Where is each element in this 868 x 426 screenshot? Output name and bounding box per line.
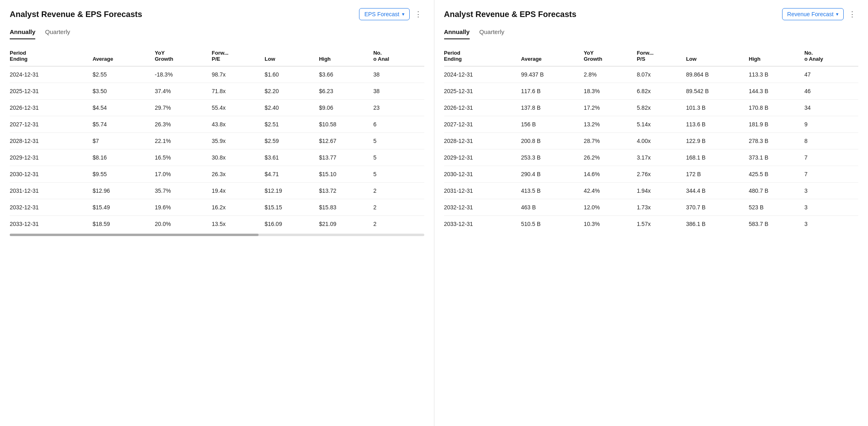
table-row: 2025-12-31117.6 B18.3%6.82x89.542 B144.3… (444, 83, 859, 100)
table-row: 2024-12-31$2.55-18.3%98.7x$1.60$3.6638 (10, 66, 424, 83)
tab-quarterly[interactable]: Quarterly (479, 28, 505, 39)
table-row: 2029-12-31$8.1616.5%30.8x$3.61$13.775 (10, 149, 424, 166)
table-cell: 172 B (686, 166, 749, 183)
tab-annually[interactable]: Annually (444, 28, 470, 39)
table-cell: 425.5 B (749, 166, 804, 183)
table-cell: 2031-12-31 (10, 183, 92, 199)
table-cell: 38 (373, 66, 424, 83)
table-cell: 3 (804, 216, 858, 232)
table-cell: 7 (804, 166, 858, 183)
tab-quarterly[interactable]: Quarterly (45, 28, 70, 39)
column-header: PeriodEnding (10, 46, 92, 66)
table-cell: 89.864 B (686, 66, 749, 83)
table-cell: $15.10 (319, 166, 373, 183)
table-row: 2024-12-3199.437 B2.8%8.07x89.864 B113.3… (444, 66, 859, 83)
table-cell: $15.49 (92, 199, 155, 216)
table-cell: $15.83 (319, 199, 373, 216)
table-cell: $12.67 (319, 133, 373, 149)
tabs-container: AnnuallyQuarterly (444, 28, 859, 39)
header-right: EPS Forecast▾⋮ (359, 8, 424, 20)
table-row: 2026-12-31$4.5429.7%55.4x$2.40$9.0623 (10, 100, 424, 116)
table-cell: 2027-12-31 (444, 116, 521, 133)
table-cell: $4.71 (265, 166, 319, 183)
table-cell: 2024-12-31 (10, 66, 92, 83)
panel-header: Analyst Revenue & EPS ForecastsEPS Forec… (10, 8, 424, 20)
table-cell: 413.5 B (521, 183, 584, 199)
table-cell: 1.57x (637, 216, 686, 232)
column-header: High (319, 46, 373, 66)
table-cell: 523 B (749, 199, 804, 216)
table-cell: 2029-12-31 (10, 149, 92, 166)
chevron-down-icon: ▾ (836, 11, 838, 17)
table-cell: 2026-12-31 (10, 100, 92, 116)
table-row: 2033-12-31510.5 B10.3%1.57x386.1 B583.7 … (444, 216, 859, 232)
forecast-type-dropdown[interactable]: Revenue Forecast▾ (782, 8, 844, 20)
table-cell: 122.9 B (686, 133, 749, 149)
table-cell: $16.09 (265, 216, 319, 232)
table-cell: $9.06 (319, 100, 373, 116)
table-row: 2032-12-31463 B12.0%1.73x370.7 B523 B3 (444, 199, 859, 216)
table-cell: $13.77 (319, 149, 373, 166)
table-cell: $18.59 (92, 216, 155, 232)
table-row: 2030-12-31$9.5517.0%26.3x$4.71$15.105 (10, 166, 424, 183)
table-cell: 2025-12-31 (444, 83, 521, 100)
table-cell: 117.6 B (521, 83, 584, 100)
table-cell: 34 (804, 100, 858, 116)
table-cell: 29.7% (155, 100, 212, 116)
table-cell: 2025-12-31 (10, 83, 92, 100)
table-cell: 3.17x (637, 149, 686, 166)
table-cell: 12.0% (584, 199, 637, 216)
table-cell: 7 (804, 149, 858, 166)
table-cell: 137.8 B (521, 100, 584, 116)
more-options-icon[interactable]: ⋮ (413, 8, 424, 20)
table-cell: 9 (804, 116, 858, 133)
table-cell: 42.4% (584, 183, 637, 199)
table-cell: 1.94x (637, 183, 686, 199)
table-cell: $15.15 (265, 199, 319, 216)
table-cell: 1.73x (637, 199, 686, 216)
table-cell: -18.3% (155, 66, 212, 83)
table-cell: 99.437 B (521, 66, 584, 83)
table-row: 2028-12-31$722.1%35.9x$2.59$12.675 (10, 133, 424, 149)
table-cell: $5.74 (92, 116, 155, 133)
table-cell: 26.2% (584, 149, 637, 166)
table-row: 2028-12-31200.8 B28.7%4.00x122.9 B278.3 … (444, 133, 859, 149)
panel-title: Analyst Revenue & EPS Forecasts (444, 10, 577, 19)
table-cell: $3.66 (319, 66, 373, 83)
table-cell: 168.1 B (686, 149, 749, 166)
table-cell: 35.7% (155, 183, 212, 199)
table-cell: 8 (804, 133, 858, 149)
table-cell: 480.7 B (749, 183, 804, 199)
table-cell: 2028-12-31 (10, 133, 92, 149)
table-cell: $7 (92, 133, 155, 149)
forecast-type-dropdown[interactable]: EPS Forecast▾ (359, 8, 409, 20)
table-cell: 37.4% (155, 83, 212, 100)
panel-header: Analyst Revenue & EPS ForecastsRevenue F… (444, 8, 859, 20)
table-cell: $3.61 (265, 149, 319, 166)
table-cell: $8.16 (92, 149, 155, 166)
table-cell: 14.6% (584, 166, 637, 183)
table-cell: 47 (804, 66, 858, 83)
table-cell: 89.542 B (686, 83, 749, 100)
table-cell: $1.60 (265, 66, 319, 83)
table-cell: $2.40 (265, 100, 319, 116)
more-options-icon[interactable]: ⋮ (847, 8, 858, 20)
table-cell: 16.2x (212, 199, 265, 216)
table-cell: 3 (804, 199, 858, 216)
table-cell: 2027-12-31 (10, 116, 92, 133)
table-cell: 2029-12-31 (444, 149, 521, 166)
table-cell: 2 (373, 199, 424, 216)
tab-annually[interactable]: Annually (10, 28, 35, 39)
table-cell: $3.50 (92, 83, 155, 100)
table-cell: 17.0% (155, 166, 212, 183)
table-cell: 19.6% (155, 199, 212, 216)
table-cell: $2.51 (265, 116, 319, 133)
table-cell: $10.58 (319, 116, 373, 133)
scrollbar-thumb[interactable] (10, 234, 259, 236)
table-cell: 200.8 B (521, 133, 584, 149)
table-cell: 8.07x (637, 66, 686, 83)
table-cell: 278.3 B (749, 133, 804, 149)
scrollbar-track[interactable] (10, 234, 424, 236)
table-cell: $4.54 (92, 100, 155, 116)
table-cell: 17.2% (584, 100, 637, 116)
